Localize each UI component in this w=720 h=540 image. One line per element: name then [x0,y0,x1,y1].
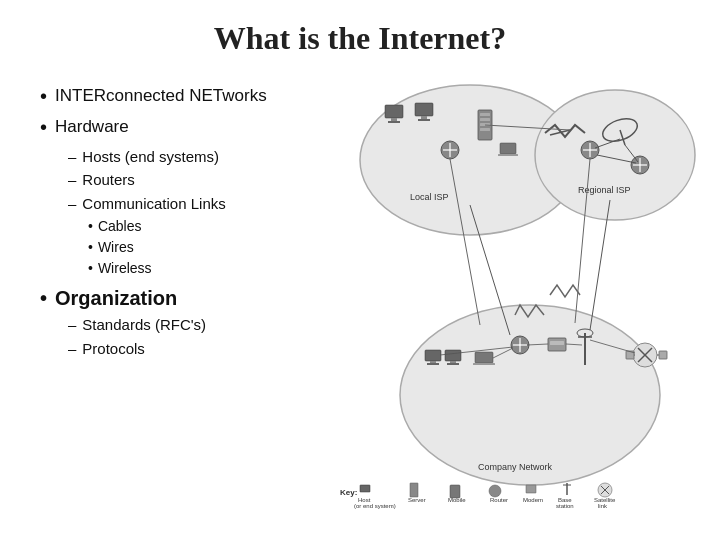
svg-rect-19 [480,128,490,131]
network-svg: Local ISP Regional ISP Company Network [330,55,700,515]
svg-rect-71 [410,483,418,497]
cables-text: Cables [98,217,142,236]
org-dot: • [40,287,47,310]
sub-hosts: – Hosts (end systems) [68,147,350,167]
svg-text:(or end system): (or end system) [354,503,396,509]
right-panel: Local ISP Regional ISP Company Network [360,85,690,363]
comm-links-text: Communication Links [82,194,225,214]
content-area: • INTERconnected NETworks • Hardware – H… [30,85,690,363]
svg-rect-61 [659,351,667,359]
svg-rect-24 [498,154,518,156]
svg-text:Regional ISP: Regional ISP [578,185,631,195]
bullet-interconnected: • INTERconnected NETworks [40,85,350,110]
bullet-cables: • [88,217,93,236]
bullet-wires: • [88,238,93,257]
svg-text:Mobile: Mobile [448,497,466,503]
svg-rect-14 [418,119,430,121]
protocols-text: Protocols [82,339,145,359]
svg-rect-77 [526,485,536,493]
bullet-dot-2: • [40,114,47,141]
svg-rect-13 [421,116,427,119]
svg-text:Router: Router [490,497,508,503]
org-sublist: – Standards (RFC's) – Protocols [68,315,350,359]
sub-wireless: • Wireless [88,259,350,278]
svg-rect-68 [360,485,370,492]
svg-rect-40 [430,361,436,363]
svg-rect-9 [385,105,403,118]
sub-comm-links: – Communication Links [68,194,350,214]
sub-cables: • Cables [88,217,350,236]
standards-text: Standards (RFC's) [82,315,206,335]
svg-rect-45 [475,352,493,363]
dash-1: – [68,147,76,167]
svg-text:station: station [556,503,574,509]
svg-point-1 [535,90,695,220]
dash-3: – [68,194,76,214]
dash-2: – [68,170,76,190]
svg-rect-10 [391,118,397,121]
svg-text:Modem: Modem [523,497,543,503]
sub-standards: – Standards (RFC's) [68,315,350,335]
dash-4: – [68,315,76,335]
svg-rect-43 [450,361,456,363]
svg-text:Server: Server [408,497,426,503]
comm-links-sublist: • Cables • Wires • Wireless [88,217,350,278]
slide-title: What is the Internet? [30,20,690,57]
hosts-text: Hosts (end systems) [82,147,219,167]
svg-text:link: link [598,503,608,509]
svg-point-2 [400,305,660,485]
sub-protocols: – Protocols [68,339,350,359]
svg-rect-46 [473,363,495,365]
svg-rect-17 [480,118,490,121]
svg-rect-23 [500,143,516,154]
bullet-hardware-text: Hardware [55,116,129,139]
wires-text: Wires [98,238,134,257]
svg-point-75 [489,485,501,497]
left-panel: • INTERconnected NETworks • Hardware – H… [30,85,350,363]
svg-text:Local ISP: Local ISP [410,192,449,202]
svg-rect-51 [550,341,564,345]
svg-text:Company Network: Company Network [478,462,553,472]
sub-routers: – Routers [68,170,350,190]
dash-5: – [68,339,76,359]
network-diagram: Local ISP Regional ISP Company Network [330,55,700,515]
bullet-dot: • [40,83,47,110]
bullet-interconnected-text: INTERconnected NETworks [55,85,267,108]
org-text: Organization [55,287,177,310]
svg-rect-11 [388,121,400,123]
svg-rect-41 [427,363,439,365]
slide: What is the Internet? • INTERconnected N… [0,0,720,540]
routers-text: Routers [82,170,135,190]
svg-rect-44 [447,363,459,365]
svg-rect-12 [415,103,433,116]
sub-wires: • Wires [88,238,350,257]
bullet-wireless: • [88,259,93,278]
svg-rect-16 [480,113,490,116]
svg-text:Key:: Key: [340,488,357,497]
bullet-hardware: • Hardware [40,116,350,141]
bullet-organization: • Organization [40,287,350,310]
hardware-sublist: – Hosts (end systems) – Routers – Commun… [68,147,350,277]
wireless-text: Wireless [98,259,152,278]
svg-rect-42 [445,350,461,361]
svg-rect-39 [425,350,441,361]
